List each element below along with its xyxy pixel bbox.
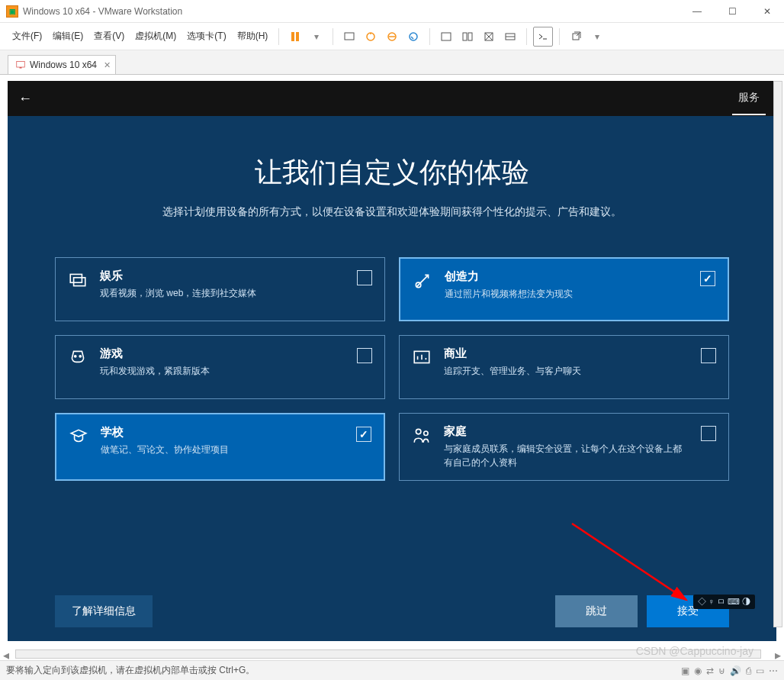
vm-viewport: ← 服务 让我们自定义你的体验 选择计划使用设备的所有方式，以便在设备设置和欢迎… xyxy=(0,75,784,641)
more-icon[interactable]: ⋯ xyxy=(769,665,778,676)
svg-rect-15 xyxy=(74,278,85,286)
expand-icon[interactable] xyxy=(479,27,499,47)
learn-more-button[interactable]: 了解详细信息 xyxy=(55,595,153,627)
svg-rect-13 xyxy=(20,67,22,69)
monitor-icon xyxy=(16,60,25,69)
svg-rect-14 xyxy=(70,274,82,282)
disk-icon[interactable]: ▣ xyxy=(681,665,689,676)
svg-point-20 xyxy=(416,429,421,434)
svg-rect-2 xyxy=(345,33,354,40)
tile-checkbox[interactable] xyxy=(357,270,372,285)
svg-rect-1 xyxy=(296,32,299,41)
skip-button[interactable]: 跳过 xyxy=(555,595,638,627)
svg-point-18 xyxy=(79,356,81,357)
snapshot-icon[interactable] xyxy=(361,27,381,47)
close-button[interactable]: ✕ xyxy=(757,6,778,17)
oobe-footer: 了解详细信息 跳过 接受 xyxy=(55,595,729,627)
back-button[interactable]: ← xyxy=(18,91,32,107)
tab-label: Windows 10 x64 xyxy=(30,60,97,70)
fullscreen-icon[interactable] xyxy=(436,27,456,47)
tile-title: 创造力 xyxy=(445,269,686,284)
status-hint: 要将输入定向到该虚拟机，请在虚拟机内部单击或按 Ctrl+G。 xyxy=(6,664,255,677)
tile-title: 家庭 xyxy=(444,424,687,439)
tile-desc: 做笔记、写论文、协作处理项目 xyxy=(101,443,342,456)
cd-icon[interactable]: ◉ xyxy=(694,665,702,676)
entertainment-icon xyxy=(68,270,88,290)
menu-help[interactable]: 帮助(H) xyxy=(233,27,273,46)
popout-icon[interactable] xyxy=(566,27,586,47)
snapshot-manage-icon[interactable] xyxy=(382,27,402,47)
minimize-button[interactable]: — xyxy=(686,6,708,17)
svg-rect-8 xyxy=(468,33,472,40)
dropdown-icon[interactable]: ▾ xyxy=(307,27,326,47)
oobe-content: 让我们自定义你的体验 选择计划使用设备的所有方式，以便在设备设置和欢迎体验期间获… xyxy=(8,116,776,481)
stretch-icon[interactable] xyxy=(500,27,520,47)
send-ctrl-alt-del-icon[interactable] xyxy=(339,27,359,47)
school-icon xyxy=(69,427,88,446)
gaming-icon xyxy=(68,348,88,368)
tile-title: 娱乐 xyxy=(100,269,343,283)
tile-checkbox[interactable] xyxy=(701,348,716,363)
scrollbar-vertical[interactable] xyxy=(773,81,782,627)
family-icon xyxy=(412,426,432,446)
tile-desc: 玩和发现游戏，紧跟新版本 xyxy=(100,364,343,378)
menu-file[interactable]: 文件(F) xyxy=(8,27,47,46)
tile-title: 商业 xyxy=(444,346,687,361)
net-icon[interactable]: ⇄ xyxy=(706,665,714,676)
pause-icon[interactable] xyxy=(285,27,305,47)
tile-entertainment[interactable]: 娱乐观看视频，浏览 web，连接到社交媒体 xyxy=(55,257,385,321)
tile-gaming[interactable]: 游戏玩和发现游戏，紧跟新版本 xyxy=(55,335,385,399)
console-icon[interactable] xyxy=(533,27,553,47)
tile-creativity[interactable]: 创造力通过照片和视频将想法变为现实 xyxy=(399,257,729,321)
svg-point-17 xyxy=(75,356,76,357)
oobe-topbar: ← 服务 xyxy=(8,81,776,116)
tile-desc: 观看视频，浏览 web，连接到社交媒体 xyxy=(100,286,343,300)
menu-tabs[interactable]: 选项卡(T) xyxy=(182,27,230,46)
tile-checkbox[interactable] xyxy=(356,427,371,442)
menu-edit[interactable]: 编辑(E) xyxy=(48,27,88,46)
menu-vm[interactable]: 虚拟机(M) xyxy=(130,27,181,46)
tile-family[interactable]: 家庭与家庭成员联系，编辑安全设置，让每个人在这个设备上都有自己的个人资料 xyxy=(399,413,729,481)
oobe-phase-label: 服务 xyxy=(732,82,766,115)
titlebar: ▣ Windows 10 x64 - VMware Workstation — … xyxy=(0,0,784,23)
tile-checkbox[interactable] xyxy=(701,426,716,441)
svg-rect-0 xyxy=(291,32,294,41)
tile-desc: 通过照片和视频将想法变为现实 xyxy=(445,287,686,301)
tile-desc: 追踪开支、管理业务、与客户聊天 xyxy=(444,364,687,378)
menubar: 文件(F) 编辑(E) 查看(V) 虚拟机(M) 选项卡(T) 帮助(H) ▾ … xyxy=(0,23,784,50)
usb-icon[interactable]: ⊎ xyxy=(718,665,725,676)
display-icon[interactable]: ▭ xyxy=(756,665,764,676)
sound-icon[interactable]: 🔊 xyxy=(730,665,741,676)
svg-rect-6 xyxy=(442,33,451,40)
tiles-grid: 娱乐观看视频，浏览 web，连接到社交媒体创造力通过照片和视频将想法变为现实游戏… xyxy=(55,257,729,481)
vmware-logo-icon: ▣ xyxy=(6,5,18,18)
tab-close-icon[interactable]: ✕ xyxy=(104,60,111,70)
tile-checkbox[interactable] xyxy=(700,271,715,286)
vm-screen[interactable]: ← 服务 让我们自定义你的体验 选择计划使用设备的所有方式，以便在设备设置和欢迎… xyxy=(8,81,776,641)
tile-school[interactable]: 学校做笔记、写论文、协作处理项目 xyxy=(55,413,385,481)
scroll-left-icon[interactable]: ◂ xyxy=(0,648,12,660)
oobe-subtitle: 选择计划使用设备的所有方式，以便在设备设置和欢迎体验期间获得个性化的提示、广告和… xyxy=(55,205,729,219)
tile-checkbox[interactable] xyxy=(357,348,372,363)
tile-title: 游戏 xyxy=(100,346,343,361)
scrollbar-horizontal[interactable] xyxy=(15,649,761,659)
svg-rect-7 xyxy=(463,33,467,40)
unity-icon[interactable] xyxy=(458,27,477,47)
status-device-icons: ▣ ◉ ⇄ ⊎ 🔊 ⎙ ▭ ⋯ xyxy=(681,665,778,676)
maximize-button[interactable]: ☐ xyxy=(721,6,743,17)
menu-view[interactable]: 查看(V) xyxy=(89,27,129,46)
tile-desc: 与家庭成员联系，编辑安全设置，让每个人在这个设备上都有自己的个人资料 xyxy=(444,442,687,469)
statusbar: ◂ ▸ xyxy=(0,648,784,660)
scroll-right-icon[interactable]: ▸ xyxy=(772,648,784,660)
svg-point-5 xyxy=(410,33,417,40)
svg-line-22 xyxy=(572,524,686,600)
tab-windows10[interactable]: Windows 10 x64 ✕ xyxy=(8,55,116,74)
tabbar: Windows 10 x64 ✕ xyxy=(0,50,784,75)
dropdown2-icon[interactable]: ▾ xyxy=(587,27,607,47)
svg-point-21 xyxy=(424,431,428,435)
snapshot-revert-icon[interactable] xyxy=(403,27,423,47)
printer-icon[interactable]: ⎙ xyxy=(746,665,751,676)
tile-business[interactable]: 商业追踪开支、管理业务、与客户聊天 xyxy=(399,335,729,399)
business-icon xyxy=(412,348,432,368)
tile-title: 学校 xyxy=(101,425,342,440)
